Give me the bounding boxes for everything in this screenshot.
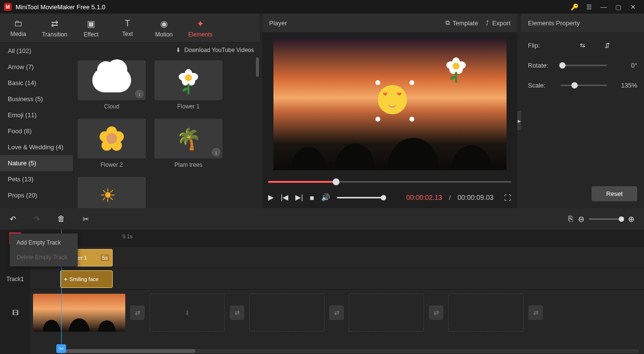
empty-media-slot[interactable] — [448, 294, 524, 332]
empty-media-slot[interactable]: ⬇ — [150, 294, 225, 332]
minimize-button[interactable]: — — [596, 0, 611, 14]
zoom-out-button[interactable]: ⊖ — [578, 214, 584, 224]
transition-slot[interactable]: ⇄ — [130, 305, 145, 320]
player-title: Player — [269, 19, 287, 27]
video-clip[interactable] — [33, 294, 125, 332]
zoom-slider[interactable] — [589, 218, 623, 220]
category-props[interactable]: Props (20) — [0, 187, 73, 203]
time-total: 00:00:09.03 — [458, 194, 493, 201]
category-business[interactable]: Business (5) — [0, 91, 73, 107]
video-track[interactable]: ⇄ ⬇ ⇄ ⇄ ⇄ ⇄ — [30, 290, 644, 336]
rotate-slider[interactable] — [560, 65, 607, 66]
video-track-icon: 🎞 — [0, 290, 30, 336]
collapse-handle[interactable]: ▸ — [517, 111, 521, 130]
category-nature[interactable]: Nature (5) — [0, 155, 73, 171]
redo-button[interactable]: ↷ — [34, 214, 40, 224]
tab-text[interactable]: TText — [109, 14, 146, 42]
category-food[interactable]: Food (8) — [0, 123, 73, 139]
template-button[interactable]: ⧉Template — [445, 19, 478, 27]
element-flower-1[interactable]: Flower 1 — [154, 60, 222, 110]
properties-panel: ▸ Elements Property Flip: ⇆ ⇵ Rotate: 0°… — [521, 14, 644, 208]
category-pets[interactable]: Pets (13) — [0, 171, 73, 187]
selection-handle[interactable] — [375, 117, 380, 122]
transition-slot[interactable]: ⇄ — [528, 305, 543, 320]
close-button[interactable]: ✕ — [626, 0, 640, 14]
reset-button[interactable]: Reset — [592, 186, 637, 201]
transition-slot[interactable]: ⇄ — [230, 305, 244, 320]
seekbar-thumb[interactable] — [333, 178, 339, 185]
category-basic[interactable]: Basic (14) — [0, 75, 73, 91]
element-palm-trees[interactable]: 🌴↓ Plam trees — [154, 119, 222, 168]
empty-media-slot[interactable] — [249, 294, 324, 332]
smiling-face-element[interactable] — [378, 85, 407, 114]
text-icon: T — [125, 18, 130, 29]
player-panel: Player ⧉Template ⤴Export ▶ |◀ — [262, 14, 517, 208]
tab-transition[interactable]: ⇄Transition — [36, 14, 73, 42]
fit-zoom-icon[interactable]: ⎘ — [568, 214, 573, 223]
element-sun[interactable]: ☀ — [78, 177, 146, 208]
add-empty-track-item[interactable]: Add Empty Track — [10, 235, 78, 250]
clip-smiling-face[interactable]: ✦ Smiling face — [60, 270, 113, 288]
rotate-value: 0° — [613, 62, 637, 69]
scale-slider[interactable] — [560, 85, 607, 86]
element-flower-2[interactable]: Flower 2 — [78, 119, 146, 168]
track1-label: Track1 — [0, 268, 30, 290]
svg-point-15 — [449, 75, 456, 80]
category-all[interactable]: All (102) — [0, 43, 73, 59]
export-button[interactable]: ⤴Export — [486, 19, 510, 27]
scrollbar[interactable] — [256, 57, 259, 77]
split-button[interactable]: ✂ — [83, 214, 89, 224]
transition-slot[interactable]: ⇄ — [429, 305, 443, 320]
effect-icon: ▣ — [87, 18, 95, 29]
zoom-in-button[interactable]: ⊕ — [628, 214, 634, 224]
sun-icon: ☀ — [100, 185, 124, 208]
tab-elements[interactable]: ✦Elements — [182, 14, 219, 42]
delete-empty-track-item[interactable]: Delete Empty Track — [10, 250, 78, 265]
category-love-wedding[interactable]: Love & Wedding (4) — [0, 139, 73, 155]
flower-element[interactable] — [444, 53, 468, 85]
hamburger-menu-icon[interactable]: ☰ — [582, 0, 596, 14]
prev-frame-button[interactable]: |◀ — [281, 193, 288, 202]
play-button[interactable]: ▶ — [268, 193, 274, 202]
timeline-ruler[interactable]: 0s 9.1s — [30, 230, 644, 247]
download-icon[interactable]: ↓ — [135, 89, 144, 98]
selection-handle[interactable] — [375, 80, 380, 85]
flip-horizontal-icon[interactable]: ⇆ — [580, 42, 585, 49]
time-current: 00:00:02.13 — [406, 194, 442, 201]
selection-handle[interactable] — [409, 80, 414, 85]
element-track-2[interactable]: ✦ ower 1 5s — [30, 247, 644, 268]
svg-rect-14 — [455, 72, 457, 83]
next-frame-button[interactable]: ▶| — [295, 193, 303, 202]
flip-vertical-icon[interactable]: ⇵ — [605, 42, 610, 49]
star-icon: ✦ — [64, 277, 68, 282]
category-list[interactable]: All (102) Arrow (7) Basic (14) Business … — [0, 43, 73, 208]
maximize-button[interactable]: ▢ — [611, 0, 626, 14]
transition-slot[interactable]: ⇄ — [329, 305, 344, 320]
empty-media-slot[interactable] — [349, 294, 424, 332]
svg-rect-6 — [187, 84, 189, 94]
download-icon[interactable]: ↓ — [212, 148, 220, 157]
category-arrow[interactable]: Arrow (7) — [0, 59, 73, 75]
element-track-1[interactable]: ✦ Smiling face — [30, 268, 644, 290]
undo-button[interactable]: ↶ — [10, 214, 16, 224]
player-viewport[interactable] — [262, 32, 517, 177]
seekbar[interactable] — [262, 177, 517, 187]
selection-handle[interactable] — [409, 117, 414, 122]
tab-effect[interactable]: ▣Effect — [73, 14, 109, 42]
fullscreen-button[interactable]: ⛶ — [504, 194, 511, 202]
svg-point-13 — [453, 63, 459, 70]
element-cloud[interactable]: ˃ ˂↓ Cloud — [78, 60, 146, 110]
license-key-icon[interactable]: 🔑 — [567, 0, 582, 14]
delete-button[interactable]: 🗑 — [57, 214, 65, 223]
stop-button[interactable]: ■ — [310, 194, 314, 202]
horizontal-scrollbar[interactable] — [59, 349, 639, 353]
category-emoji[interactable]: Emoji (11) — [0, 107, 73, 123]
flower2-icon — [100, 126, 124, 151]
scale-value: 135% — [613, 82, 637, 89]
tab-motion[interactable]: ◉Motion — [146, 14, 182, 42]
volume-slider[interactable] — [337, 197, 383, 198]
video-frame — [273, 39, 507, 170]
volume-icon[interactable]: 🔊 — [321, 193, 330, 202]
tab-media[interactable]: 🗀Media — [0, 14, 36, 42]
download-youtube-link[interactable]: ⬇ Download YouTube Videos — [73, 43, 260, 57]
